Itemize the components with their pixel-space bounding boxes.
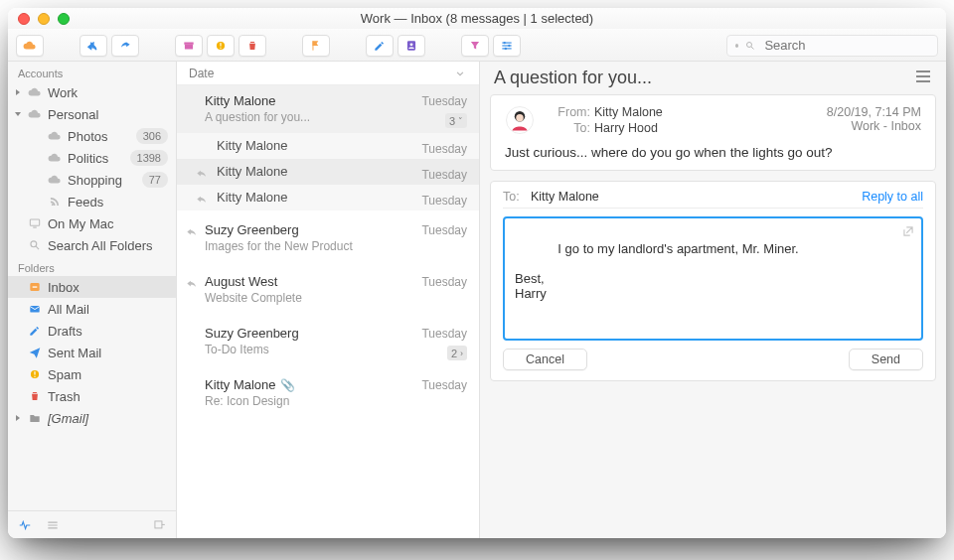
svg-line-19 [36, 246, 39, 249]
flag-button[interactable] [302, 35, 330, 57]
chevron-down-icon [453, 67, 467, 80]
new-folder-icon[interactable] [152, 518, 166, 532]
svg-rect-5 [313, 41, 314, 50]
sidebar-item-shopping[interactable]: Shopping77 [8, 169, 176, 191]
sidebar-item-on-my-mac[interactable]: On My Mac [8, 212, 176, 234]
svg-point-11 [504, 41, 506, 43]
minimize-icon[interactable] [38, 13, 50, 25]
maximize-icon[interactable] [58, 13, 70, 25]
message-card: From: Kitty Malone To: Harry Hood 8/20/1… [490, 94, 936, 171]
compose-to-label: To: [503, 190, 531, 204]
prefs-button[interactable] [493, 35, 521, 57]
flag-icon [309, 39, 323, 53]
message-row[interactable]: Suzy GreenbergImages for the New Product… [177, 214, 479, 262]
activity-icon[interactable] [18, 518, 32, 532]
sidebar-item-politics[interactable]: Politics1398 [8, 147, 176, 169]
sidebar-folder-inbox[interactable]: Inbox [8, 276, 176, 298]
search-indicator-icon [735, 44, 738, 48]
spam-icon [214, 39, 228, 53]
reply-icon [195, 166, 209, 180]
message-row-child[interactable]: Kitty MaloneTuesday [177, 159, 479, 185]
forward-button[interactable] [111, 35, 139, 57]
trash-button[interactable] [238, 35, 266, 57]
reply-all-button[interactable] [80, 35, 107, 57]
drafts-icon [28, 324, 42, 338]
disclosure-icon [14, 392, 22, 400]
contact-button[interactable] [398, 35, 425, 57]
thread-group: Suzy GreenbergImages for the New Product… [177, 214, 479, 262]
message-row-child[interactable]: Kitty MaloneTuesday [177, 133, 479, 159]
thread-group: Kitty Malone📎Re: Icon DesignTuesday [177, 369, 479, 417]
sidebar-folder-all-mail[interactable]: All Mail [8, 298, 176, 320]
sidebar-folder-trash[interactable]: Trash [8, 385, 176, 407]
message-date: Tuesday [421, 194, 467, 208]
sidebar-item-label: [Gmail] [48, 411, 168, 426]
svg-rect-25 [34, 376, 35, 377]
folder-icon [28, 411, 42, 425]
sidebar-item-label: Sent Mail [48, 346, 168, 360]
message-row[interactable]: Kitty Malone📎Re: Icon DesignTuesday [177, 369, 479, 417]
thread-group: Kitty MaloneA question for you...Tuesday… [177, 85, 479, 210]
funnel-icon [468, 39, 482, 53]
to-label: To: [541, 121, 590, 135]
disclosure-icon [14, 327, 22, 335]
send-button[interactable]: Send [849, 349, 923, 370]
message-subject: To-Do Items [205, 343, 467, 356]
search-field[interactable] [726, 35, 938, 57]
search-icon [744, 39, 756, 53]
filter-button[interactable] [461, 35, 489, 57]
sidebar-folder--gmail-[interactable]: [Gmail] [8, 407, 176, 429]
reply-icon [195, 192, 209, 206]
msglist-sort-label: Date [189, 67, 214, 80]
cloud-icon [48, 151, 62, 165]
message-subject: A question for you... [205, 110, 467, 124]
reply-all-icon [86, 39, 100, 53]
quickfilter-icon[interactable] [46, 518, 60, 532]
sidebar-item-label: Inbox [48, 280, 168, 295]
sidebar-item-label: All Mail [48, 302, 168, 317]
message-row-child[interactable]: Kitty MaloneTuesday [177, 185, 479, 210]
svg-line-15 [751, 46, 753, 48]
reader-title: A question for you... [494, 68, 652, 88]
sidebar-item-personal[interactable]: Personal [8, 103, 176, 125]
sync-button[interactable] [16, 35, 44, 57]
popout-icon[interactable] [901, 224, 915, 238]
reply-icon [185, 276, 199, 290]
sidebar-item-photos[interactable]: Photos306 [8, 125, 176, 147]
reader-menu-icon[interactable] [914, 68, 932, 88]
sidebar-heading-folders: Folders [8, 256, 176, 276]
compose-textarea[interactable]: I go to my landlord's apartment, Mr. Min… [503, 216, 923, 341]
archive-button[interactable] [175, 35, 203, 57]
sidebar-item-work[interactable]: Work [8, 81, 176, 103]
sidebar-item-feeds[interactable]: Feeds [8, 191, 176, 212]
window-title: Work — Inbox (8 messages | 1 selected) [361, 11, 593, 26]
reply-icon [185, 224, 199, 238]
sidebar-item-search-all-folders[interactable]: Search All Folders [8, 234, 176, 256]
message-subject: Website Complete [205, 291, 467, 305]
reply-all-link[interactable]: Reply to all [862, 190, 923, 204]
svg-point-13 [505, 47, 507, 49]
message-date: Tuesday [421, 275, 467, 289]
message-row[interactable]: Kitty MaloneA question for you...Tuesday… [177, 85, 479, 133]
sidebar-footer [8, 510, 176, 538]
message-date: Tuesday [421, 142, 467, 156]
disclosure-icon [14, 219, 22, 227]
sidebar-folder-drafts[interactable]: Drafts [8, 320, 176, 342]
msglist-sort-header[interactable]: Date [177, 62, 479, 85]
toolbar [8, 30, 946, 62]
compose-button[interactable] [366, 35, 394, 57]
sidebar-item-label: Feeds [68, 195, 168, 210]
svg-point-7 [410, 43, 413, 46]
count-badge: 77 [142, 172, 168, 188]
sidebar-folder-sent-mail[interactable]: Sent Mail [8, 342, 176, 363]
message-row[interactable]: Suzy GreenbergTo-Do ItemsTuesday2› [177, 318, 479, 365]
message-row[interactable]: August WestWebsite CompleteTuesday [177, 266, 479, 314]
sidebar-item-label: Spam [48, 367, 168, 382]
close-icon[interactable] [18, 13, 30, 25]
forward-icon [118, 39, 132, 53]
disclosure-icon [14, 305, 22, 313]
search-input[interactable] [762, 37, 929, 54]
sidebar-folder-spam[interactable]: Spam [8, 363, 176, 385]
spam-button[interactable] [207, 35, 235, 57]
cancel-button[interactable]: Cancel [503, 349, 587, 370]
